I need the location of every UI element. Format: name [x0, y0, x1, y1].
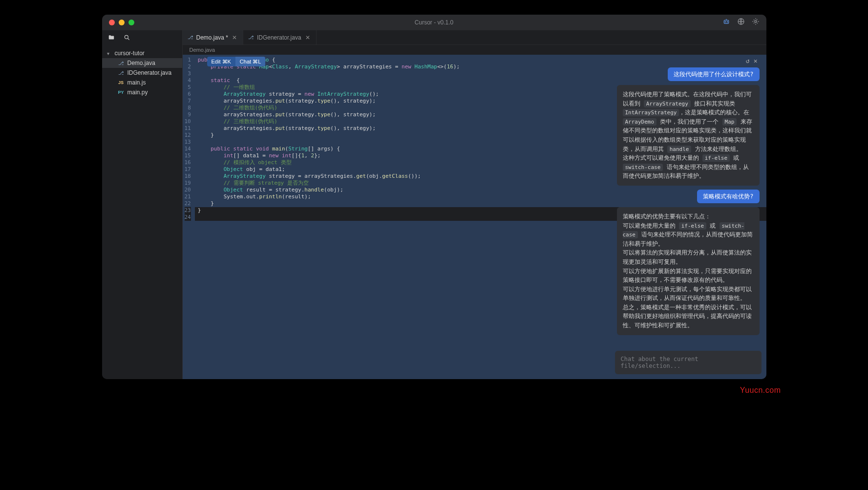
- watermark: Yuucn.com: [740, 386, 781, 395]
- java-icon: ⎇: [118, 61, 125, 66]
- sidebar-item-main-js[interactable]: JSmain.js: [102, 78, 182, 87]
- chat-user-message: 这段代码使用了什么设计模式?: [668, 67, 759, 81]
- sidebar: ▾ cursor-tutor ⎇Demo.java⎇IDGenerator.ja…: [102, 30, 183, 379]
- edit-hint[interactable]: Edit ⌘K: [207, 57, 235, 66]
- chat-hint[interactable]: Chat ⌘L: [235, 57, 265, 66]
- chat-ai-message: 这段代码使用了策略模式。在这段代码中，我们可以看到 ArrayStrategy …: [617, 85, 760, 186]
- history-icon[interactable]: ↺: [746, 58, 750, 64]
- traffic-lights: [109, 20, 134, 25]
- sidebar-item-main-py[interactable]: PYmain.py: [102, 87, 182, 97]
- svg-point-5: [755, 21, 757, 22]
- close-tab-icon[interactable]: ✕: [231, 34, 238, 41]
- java-icon: ⎇: [118, 70, 125, 76]
- sidebar-item-Demo-java[interactable]: ⎇Demo.java: [102, 58, 182, 68]
- chat-input[interactable]: Chat about the current file/selection...: [615, 351, 762, 374]
- titlebar: Cursor - v0.1.0: [102, 15, 766, 30]
- tab-Demo-java[interactable]: ⎇Demo.java *✕: [183, 30, 243, 44]
- chat-user-message: 策略模式有啥优势?: [697, 190, 759, 203]
- chat-panel: ↺ ✕ 这段代码使用了什么设计模式?这段代码使用了策略模式。在这段代码中，我们可…: [615, 55, 762, 374]
- tab-bar: ⎇Demo.java *✕⎇IDGenerator.java✕: [183, 30, 766, 45]
- svg-point-2: [727, 21, 727, 22]
- java-icon: ⎇: [188, 35, 193, 40]
- sidebar-item-IDGenerator-java[interactable]: ⎇IDGenerator.java: [102, 68, 182, 78]
- tree-root[interactable]: ▾ cursor-tutor: [102, 48, 182, 58]
- chat-ai-message: 策略模式的优势主要有以下几点：可以避免使用大量的 if-else 或 switc…: [617, 207, 760, 335]
- gear-icon[interactable]: [752, 18, 760, 27]
- search-icon[interactable]: [124, 34, 130, 43]
- window-title: Cursor - v0.1.0: [415, 19, 453, 26]
- chevron-down-icon: ▾: [107, 51, 112, 56]
- java-icon: ⎇: [248, 35, 254, 40]
- tab-IDGenerator-java[interactable]: ⎇IDGenerator.java✕: [243, 30, 317, 44]
- svg-point-1: [725, 21, 725, 22]
- app-window: Cursor - v0.1.0 ▾ cursor-tutor ⎇Demo: [102, 15, 766, 379]
- globe-icon[interactable]: [737, 18, 745, 27]
- inline-hint: Edit ⌘K Chat ⌘L: [207, 57, 266, 66]
- line-gutter: 123456789101112131415161718192021222324: [183, 55, 195, 379]
- file-tree: ▾ cursor-tutor ⎇Demo.java⎇IDGenerator.ja…: [102, 46, 182, 99]
- py-icon: PY: [118, 90, 125, 95]
- maximize-window-button[interactable]: [128, 20, 134, 25]
- close-icon[interactable]: ✕: [754, 58, 758, 64]
- svg-line-7: [127, 39, 129, 40]
- svg-point-6: [125, 35, 128, 39]
- folder-icon[interactable]: [108, 34, 115, 43]
- chat-messages: 这段代码使用了什么设计模式?这段代码使用了策略模式。在这段代码中，我们可以看到 …: [615, 67, 762, 347]
- breadcrumb: Demo.java: [183, 45, 766, 55]
- close-tab-icon[interactable]: ✕: [304, 34, 311, 41]
- editor-area: ⎇Demo.java *✕⎇IDGenerator.java✕ Demo.jav…: [183, 30, 766, 379]
- code-editor[interactable]: Edit ⌘K Chat ⌘L 123456789101112131415161…: [183, 55, 766, 379]
- close-window-button[interactable]: [109, 20, 115, 25]
- robot-icon[interactable]: [722, 18, 730, 27]
- minimize-window-button[interactable]: [119, 20, 125, 25]
- js-icon: JS: [118, 80, 125, 85]
